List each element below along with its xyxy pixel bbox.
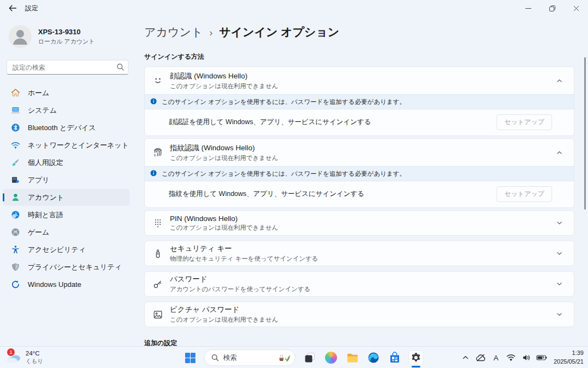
fingerprint-icon <box>151 146 164 159</box>
sidebar-item-accounts[interactable]: アカウント <box>3 189 130 206</box>
restore-button[interactable] <box>540 0 564 16</box>
card-title: 指紋認識 (Windows Hello) <box>170 143 552 153</box>
sidebar-item-home[interactable]: ホーム <box>3 84 130 101</box>
chevron-up-icon <box>462 354 469 361</box>
app-title: 設定 <box>25 4 38 13</box>
setup-button-fingerprint[interactable]: セットアップ <box>497 186 552 202</box>
card-face-recognition: 顔認識 (Windows Hello) このオプションは現在利用できません この… <box>144 66 574 136</box>
wifi-status[interactable] <box>505 350 518 365</box>
windows-logo-icon <box>185 352 196 364</box>
edge-button[interactable] <box>366 351 381 365</box>
action-label: 顔認証を使用して Windows、アプリ、サービスにサインインする <box>169 118 497 127</box>
bluetooth-icon <box>10 123 20 133</box>
sidebar: XPS-13-9310 ローカル アカウント ホーム システム Bluetoot… <box>0 16 135 346</box>
taskbar-clock[interactable]: 1:39 2025/05/21 <box>554 349 584 366</box>
breadcrumb: アカウント › サインイン オプション <box>144 24 574 40</box>
action-label: 指紋を使用して Windows、アプリ、サービスにサインインする <box>169 189 497 199</box>
card-pin: PIN (Windows Hello) このオプションは現在利用できません <box>144 210 574 236</box>
copilot-button[interactable] <box>324 351 338 365</box>
hidden-icons-chevron[interactable] <box>459 350 472 365</box>
account-type: ローカル アカウント <box>38 38 95 46</box>
onedrive-status[interactable] <box>474 350 487 365</box>
onedrive-cloud-icon <box>476 354 486 361</box>
ime-mode-indicator[interactable]: A <box>489 350 503 365</box>
settings-gear-icon <box>410 352 422 364</box>
notification-badge: 1 <box>7 348 15 356</box>
card-fingerprint: 指紋認識 (Windows Hello) このオプションは現在利用できません こ… <box>144 138 574 208</box>
speaker-icon <box>522 354 531 361</box>
wifi-icon <box>506 354 516 361</box>
minimize-button[interactable] <box>516 0 540 16</box>
sidebar-item-time-language[interactable]: 時刻と言語 <box>3 206 130 223</box>
personalization-icon <box>10 158 20 168</box>
weather-widget[interactable]: 1 24°C くもり <box>3 348 47 366</box>
card-title: パスワード <box>170 274 552 284</box>
sidebar-item-apps[interactable]: アプリ <box>3 171 130 188</box>
sidebar-item-network[interactable]: ネットワークとインターネット <box>3 137 130 154</box>
face-recognition-icon <box>151 74 164 87</box>
search-highlight-art <box>278 352 291 364</box>
volume-status[interactable] <box>520 350 533 365</box>
card-picture-password: ピクチャ パスワード このオプションは現在利用できません <box>144 302 574 327</box>
password-key-icon <box>151 278 164 291</box>
taskbar-search[interactable]: 検索 <box>204 349 296 366</box>
chevron-down-icon[interactable] <box>552 216 566 230</box>
file-explorer-button[interactable] <box>345 351 359 365</box>
main-content: アカウント › サインイン オプション サインインする方法 顔認識 (Windo… <box>144 16 574 361</box>
titlebar: 設定 <box>0 0 588 16</box>
card-header-security-key[interactable]: セキュリティ キー 物理的なセキュリティ キーを使ってサインインする <box>145 241 574 266</box>
start-button[interactable] <box>183 351 197 365</box>
scrollbar-thumb[interactable] <box>584 57 586 210</box>
network-icon <box>10 140 20 150</box>
card-header-face-recognition[interactable]: 顔認識 (Windows Hello) このオプションは現在利用できません <box>145 67 574 94</box>
card-subtitle: このオプションは現在利用できません <box>170 316 552 324</box>
card-header-password[interactable]: パスワード アカウントのパスワードを使ってサインインする <box>145 272 574 296</box>
section-heading-signin-methods: サインインする方法 <box>144 52 574 62</box>
card-subtitle: このオプションは現在利用できません <box>170 224 552 232</box>
security-key-icon <box>151 247 164 260</box>
edge-icon <box>367 352 379 364</box>
user-profile[interactable]: XPS-13-9310 ローカル アカウント <box>9 25 135 48</box>
battery-charging-icon <box>536 354 547 361</box>
taskbar-search-label: 検索 <box>223 353 278 363</box>
card-header-fingerprint[interactable]: 指紋認識 (Windows Hello) このオプションは現在利用できません <box>145 139 574 166</box>
setup-button-face[interactable]: セットアップ <box>497 114 552 130</box>
card-action-row: 指紋を使用して Windows、アプリ、サービスにサインインする セットアップ <box>145 181 574 207</box>
chevron-down-icon[interactable] <box>552 277 566 291</box>
microsoft-store-icon <box>389 352 401 364</box>
task-view-button[interactable] <box>303 351 317 365</box>
weather-temperature: 24°C <box>26 350 43 358</box>
sidebar-item-bluetooth[interactable]: Bluetooth とデバイス <box>3 119 130 136</box>
sidebar-item-gaming[interactable]: ゲーム <box>3 224 130 241</box>
home-icon <box>10 88 20 98</box>
sidebar-item-privacy[interactable]: プライバシーとセキュリティ <box>3 259 130 275</box>
user-name: XPS-13-9310 <box>38 28 95 36</box>
page-title: サインイン オプション <box>219 24 339 40</box>
info-icon <box>150 169 157 178</box>
avatar <box>9 25 32 48</box>
settings-app-button[interactable] <box>409 351 423 365</box>
card-header-pin[interactable]: PIN (Windows Hello) このオプションは現在利用できません <box>145 211 574 235</box>
chevron-up-icon[interactable] <box>552 73 566 88</box>
search-input[interactable] <box>7 60 128 75</box>
microsoft-store-button[interactable] <box>388 351 402 365</box>
sidebar-item-accessibility[interactable]: アクセシビリティ <box>3 241 130 258</box>
sidebar-item-personalization[interactable]: 個人用設定 <box>3 154 130 171</box>
chevron-up-icon[interactable] <box>552 145 566 160</box>
sidebar-item-system[interactable]: システム <box>3 102 130 119</box>
chevron-down-icon[interactable] <box>552 308 566 322</box>
sidebar-item-windows-update[interactable]: Windows Update <box>3 276 130 293</box>
back-button[interactable] <box>3 1 22 15</box>
chevron-down-icon[interactable] <box>552 247 566 261</box>
card-subtitle: このオプションは現在利用できません <box>170 154 552 162</box>
windows-update-icon <box>10 280 20 290</box>
card-header-picture-password[interactable]: ピクチャ パスワード このオプションは現在利用できません <box>145 302 574 327</box>
close-button[interactable] <box>564 0 588 16</box>
search-icon <box>211 354 219 361</box>
card-password: パスワード アカウントのパスワードを使ってサインインする <box>144 271 574 297</box>
breadcrumb-accounts[interactable]: アカウント <box>144 24 203 40</box>
back-arrow-icon <box>9 5 16 11</box>
battery-status[interactable] <box>535 350 548 365</box>
clock-date: 2025/05/21 <box>554 358 584 366</box>
search-icon <box>117 63 124 73</box>
